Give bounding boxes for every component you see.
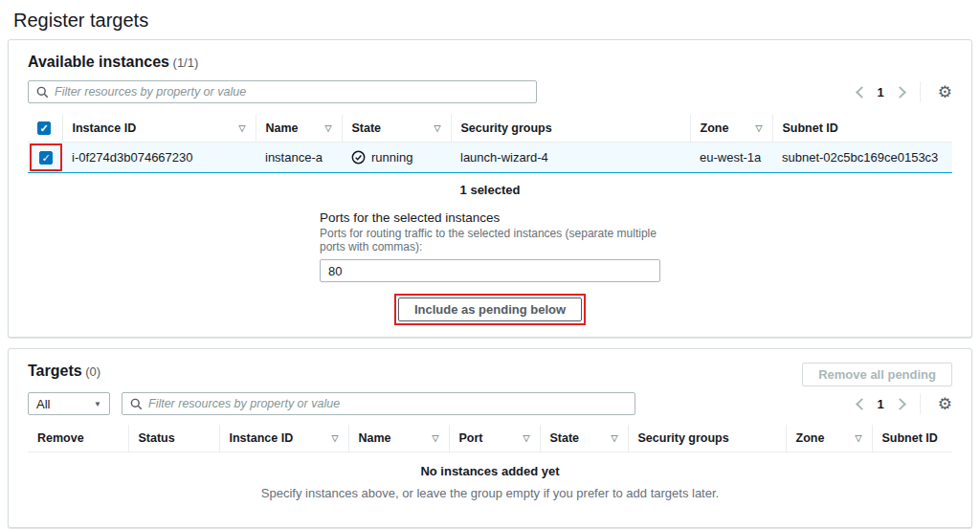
- available-instances-title: Available instances (1/1): [28, 54, 198, 71]
- page-title: Register targets: [0, 0, 980, 39]
- include-as-pending-button[interactable]: Include as pending below: [398, 298, 582, 321]
- col-name[interactable]: Name▽: [348, 425, 449, 452]
- available-instances-panel: Available instances (1/1) 1 ⚙: [8, 39, 972, 338]
- cell-name: instance-a: [256, 143, 342, 173]
- sort-icon[interactable]: ▽: [856, 433, 862, 443]
- cell-subnet-id: subnet-02c5bc169ce0153c3: [772, 143, 952, 173]
- ports-input[interactable]: [320, 259, 660, 282]
- targets-page-number[interactable]: 1: [878, 397, 884, 411]
- targets-title: Targets (0): [28, 363, 100, 380]
- available-page-number[interactable]: 1: [878, 85, 884, 99]
- col-port[interactable]: Port▽: [449, 425, 540, 452]
- targets-table: Remove Status Instance ID▽ Name▽ Port▽ S…: [28, 425, 952, 452]
- chevron-right-icon[interactable]: [894, 86, 906, 99]
- col-remove: Remove: [28, 425, 128, 452]
- annotation-box: Include as pending below: [394, 294, 586, 325]
- cell-instance-id: i-0f274d3b074667230: [62, 143, 256, 173]
- cell-security-groups: launch-wizard-4: [451, 143, 690, 173]
- col-instance-id[interactable]: Instance ID▽: [62, 115, 256, 143]
- targets-count: (0): [85, 364, 100, 379]
- col-security-groups: Security groups: [628, 425, 786, 452]
- ports-label: Ports for the selected instances: [320, 210, 660, 225]
- divider: [920, 393, 921, 414]
- sort-icon[interactable]: ▽: [325, 123, 332, 133]
- col-name[interactable]: Name▽: [256, 115, 342, 143]
- col-status: Status: [128, 425, 219, 452]
- col-security-groups: Security groups: [451, 115, 690, 143]
- empty-state: No instances added yet Specify instances…: [28, 452, 952, 516]
- sort-icon[interactable]: ▽: [433, 433, 439, 443]
- sort-icon[interactable]: ▽: [239, 123, 246, 133]
- remove-all-pending-button[interactable]: Remove all pending: [802, 363, 952, 386]
- sort-icon[interactable]: ▽: [612, 433, 618, 443]
- row-checkbox[interactable]: ✓: [39, 151, 53, 165]
- search-icon: [36, 86, 49, 99]
- selected-count-note: 1 selected: [28, 183, 952, 197]
- empty-state-title: No instances added yet: [28, 464, 952, 478]
- targets-pagination: 1: [858, 397, 904, 411]
- col-zone[interactable]: Zone▽: [786, 425, 872, 452]
- available-filter-input[interactable]: [28, 80, 537, 103]
- sort-icon[interactable]: ▽: [332, 433, 339, 443]
- col-instance-id[interactable]: Instance ID▽: [219, 425, 348, 452]
- available-pagination: 1: [858, 85, 904, 99]
- running-status-icon: [351, 150, 366, 165]
- select-all-checkbox[interactable]: ✓: [37, 121, 51, 135]
- empty-state-description: Specify instances above, or leave the gr…: [28, 486, 952, 500]
- filter-category-dropdown[interactable]: All ▼: [28, 392, 110, 415]
- filter-category-value: All: [36, 397, 50, 411]
- sort-icon[interactable]: ▽: [434, 123, 441, 133]
- targets-panel: Targets (0) Remove all pending All ▼ 1 ⚙: [8, 348, 972, 528]
- sort-icon[interactable]: ▽: [756, 123, 763, 133]
- available-instances-table: ✓ Instance ID▽ Name▽ State▽ Security gro…: [28, 115, 952, 173]
- col-state[interactable]: State▽: [540, 425, 628, 452]
- chevron-left-icon[interactable]: [856, 86, 868, 99]
- available-instances-count: (1/1): [173, 55, 199, 70]
- col-subnet-id: Subnet ID: [872, 425, 952, 452]
- gear-icon[interactable]: ⚙: [938, 84, 952, 100]
- available-filter-field[interactable]: [55, 85, 528, 99]
- select-all-header: ✓: [28, 115, 62, 143]
- col-subnet-id: Subnet ID: [772, 115, 952, 143]
- cell-state: running: [342, 143, 451, 173]
- targets-filter-input[interactable]: [122, 392, 635, 415]
- annotation-box: ✓: [30, 143, 62, 171]
- targets-filter-field[interactable]: [148, 397, 627, 410]
- cell-zone: eu-west-1a: [690, 143, 772, 173]
- chevron-right-icon[interactable]: [894, 398, 906, 410]
- gear-icon[interactable]: ⚙: [938, 396, 952, 412]
- caret-down-icon: ▼: [94, 400, 101, 408]
- divider: [920, 81, 921, 102]
- sort-icon[interactable]: ▽: [523, 433, 530, 443]
- col-state[interactable]: State▽: [342, 115, 451, 143]
- ports-description: Ports for routing traffic to the selecte…: [320, 227, 660, 253]
- search-icon: [130, 398, 143, 410]
- chevron-left-icon[interactable]: [856, 398, 868, 410]
- col-zone[interactable]: Zone▽: [690, 115, 772, 143]
- table-row[interactable]: ✓ i-0f274d3b074667230 instance-a running…: [28, 143, 952, 173]
